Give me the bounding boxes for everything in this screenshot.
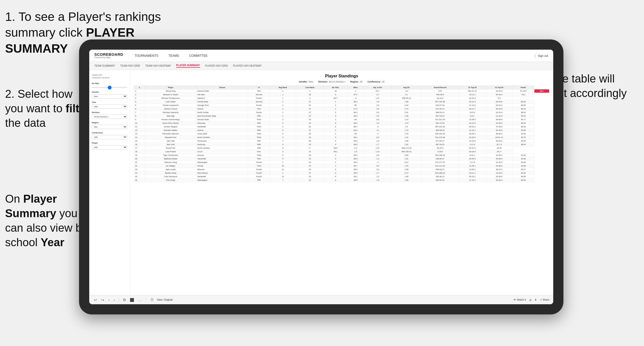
table-cell: 23 bbox=[296, 121, 324, 125]
table-cell: Jack Lundin bbox=[145, 168, 196, 171]
conference-select[interactable]: (All) bbox=[92, 135, 127, 139]
table-row: 23Jack LundinMissouriFourth1124068.6-2.3… bbox=[134, 168, 549, 171]
no-rds-slider[interactable] bbox=[92, 87, 127, 88]
sidebar: Update time: 27/03/2024 16:56:26 No Rds.… bbox=[89, 70, 130, 295]
table-cell: 68.4 bbox=[347, 129, 364, 132]
table-cell: 20-25-9 bbox=[459, 157, 486, 161]
table-cell: -1.5 bbox=[364, 121, 391, 125]
region-select[interactable]: N/A bbox=[92, 125, 127, 129]
table-cell: 25-25-3 bbox=[421, 146, 459, 150]
table-cell: 0 bbox=[324, 157, 347, 161]
table-cell: 20-14-5 bbox=[459, 121, 486, 125]
gender-select[interactable]: Men bbox=[92, 94, 127, 99]
share-label: Share bbox=[543, 298, 549, 301]
table-cell: 1 bbox=[324, 107, 347, 111]
table-cell: 29-38-2 bbox=[486, 164, 512, 168]
forward-btn[interactable]: › bbox=[113, 297, 116, 302]
division-label: Division bbox=[92, 111, 127, 114]
nav-teams[interactable]: TEAMS bbox=[167, 54, 180, 58]
table-cell: 17-14-2 bbox=[459, 178, 486, 182]
table-cell: 14-5-3 bbox=[459, 111, 486, 114]
sub-nav-player-h2h-grid[interactable]: PLAYER H2H GRID bbox=[205, 64, 228, 67]
sub-nav-player-h2h-heatmap[interactable]: PLAYER H2H HEATMAP bbox=[233, 64, 262, 67]
filter-gender: Gender: Men bbox=[299, 80, 313, 83]
division-select[interactable]: NCAA Division I bbox=[92, 115, 127, 119]
nav-tournaments[interactable]: TOURNAMENTS bbox=[133, 54, 159, 58]
table-cell: 68.2 bbox=[347, 100, 364, 104]
table-cell: 18 bbox=[134, 150, 145, 154]
table-cell: -1.2 bbox=[364, 157, 391, 161]
table-cell: Michael Thorbjornsen bbox=[145, 96, 196, 100]
table-cell: 24 bbox=[296, 114, 324, 118]
table-cell: Fifth bbox=[248, 121, 270, 125]
table-cell: 533-57-16 bbox=[421, 104, 459, 107]
undo-btn[interactable]: ↩ bbox=[93, 297, 98, 302]
player-select[interactable]: (All) bbox=[92, 145, 127, 149]
table-cell: Fourth bbox=[248, 111, 270, 114]
table-cell: -0.5 bbox=[364, 118, 391, 121]
table-cell: 44-64-6 bbox=[486, 118, 512, 121]
share-item[interactable]: ↗ Share bbox=[540, 298, 549, 301]
table-cell: -1.6 bbox=[364, 100, 391, 104]
sub-nav-team-h2h-heatmap[interactable]: TEAM H2H HEATMAP bbox=[145, 64, 171, 67]
table-cell: 26-32-2 bbox=[486, 139, 512, 143]
table-cell: 68.4 bbox=[347, 121, 364, 125]
table-cell: Fourth bbox=[248, 96, 270, 100]
year-select[interactable]: (All) bbox=[92, 104, 127, 109]
filter-division: Division: NCAA Division I bbox=[318, 80, 345, 83]
table-cell: 4-18-0 bbox=[421, 150, 459, 154]
table-cell: Jacob Skov Olesen bbox=[145, 121, 196, 125]
col-avg-sg: Avg SG bbox=[392, 86, 422, 89]
export-item[interactable]: ⬇ bbox=[535, 298, 537, 301]
more-btn[interactable]: … bbox=[137, 297, 143, 302]
table-cell: 0 bbox=[324, 93, 347, 96]
table-cell: 27-10-2 bbox=[459, 104, 486, 107]
table-cell: 2 bbox=[270, 104, 296, 107]
sub-nav-player-summary[interactable]: PLAYER SUMMARY bbox=[176, 64, 200, 68]
table-cell: -1.8 bbox=[347, 150, 364, 154]
nav-committee[interactable]: COMMITTEE bbox=[188, 54, 209, 58]
paste-btn[interactable]: ⬛ bbox=[129, 297, 135, 302]
table-row: 17David FordNorth CarolinaFifth9068.9-0.… bbox=[134, 146, 549, 150]
table-cell: Preston Summerhays bbox=[145, 118, 196, 121]
table-cell: 68.7 bbox=[324, 96, 347, 100]
table-cell: Georgia Tech bbox=[196, 104, 248, 107]
clock-btn[interactable]: ⏱ bbox=[149, 297, 155, 302]
redo-btn[interactable]: ↪ bbox=[100, 297, 105, 302]
table-row: 19Tiger ChristensenArizonaThird523269.2-… bbox=[134, 154, 549, 157]
sub-nav-team-h2h-grid[interactable]: TEAM H2H GRID bbox=[120, 64, 140, 67]
back-btn[interactable]: ‹ bbox=[107, 297, 111, 302]
table-cell: New Mexico bbox=[196, 171, 248, 175]
no-rds-slider-container bbox=[92, 86, 127, 88]
table-cell: 12 bbox=[134, 129, 145, 132]
col-school: School bbox=[196, 86, 248, 89]
watch-item[interactable]: 👁 Watch ▾ bbox=[513, 298, 526, 301]
col-conf-rank: Conf Rank bbox=[296, 86, 324, 89]
table-cell: 1.92 bbox=[392, 143, 422, 146]
table-cell: 8-6-1 bbox=[459, 114, 486, 118]
table-cell: 10-11-1 bbox=[459, 171, 486, 175]
table-cell: 22-29-0 bbox=[459, 136, 486, 139]
table-cell: 38.54 bbox=[512, 111, 534, 114]
print-item[interactable]: 🖨 bbox=[529, 298, 532, 301]
table-cell: Maxwell Ford bbox=[145, 136, 196, 139]
player-label: Player bbox=[92, 142, 127, 144]
table-cell: 38.49 bbox=[512, 125, 534, 129]
table-cell: Cole Sherwood bbox=[145, 175, 196, 178]
sub-nav-team-summary[interactable]: TEAM SUMMARY bbox=[94, 64, 115, 67]
sign-out-link[interactable]: Sign out bbox=[538, 54, 548, 57]
table-cell: -3.2 bbox=[392, 89, 422, 93]
copy-btn[interactable]: ⧉ bbox=[122, 297, 127, 302]
table-cell: -1.1 bbox=[364, 129, 391, 132]
table-cell: 5 bbox=[270, 157, 296, 161]
table-cell: 3.1 bbox=[392, 93, 422, 96]
table-cell: 1 bbox=[324, 132, 347, 136]
table-cell: 25 bbox=[296, 178, 324, 182]
table-cell: Second bbox=[248, 100, 270, 104]
table-cell: 1.98 bbox=[392, 100, 422, 104]
table-cell: 19-16-0 bbox=[486, 171, 512, 175]
table-cell: 67.3 bbox=[347, 107, 364, 111]
table-cell: 21 bbox=[296, 125, 324, 129]
main-content: Update time: 27/03/2024 16:56:26 No Rds.… bbox=[89, 70, 553, 295]
table-cell: 11 bbox=[134, 125, 145, 129]
